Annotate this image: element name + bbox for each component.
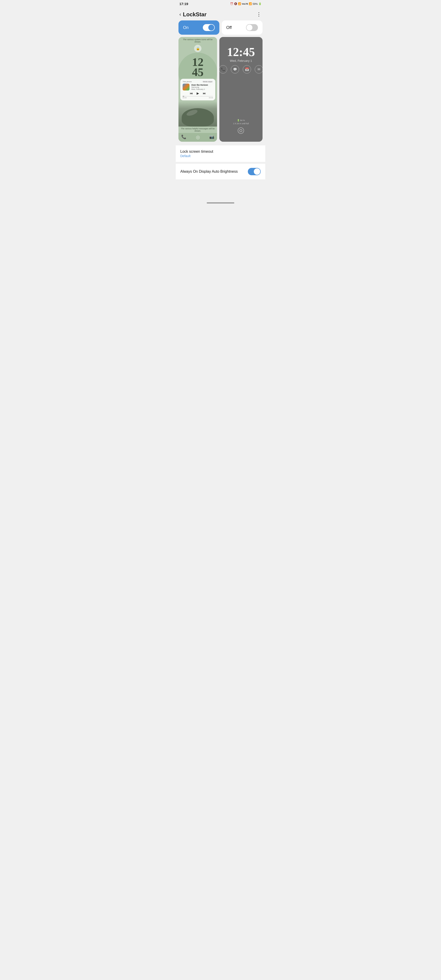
fingerprint-icon-left: ◎ (196, 134, 200, 140)
alarm-icon: ⏰ (230, 2, 233, 5)
media-track-name: Over the Horizon (191, 84, 213, 86)
media-card-top: This phone Media output (183, 81, 213, 83)
always-on-display-title: Always On Display Auto Brightness (180, 170, 248, 173)
preview-left-time: 12 45 (192, 56, 204, 78)
spacer3 (176, 190, 265, 195)
lock-screen-timeout-title: Lock screen timeout (180, 150, 261, 154)
media-progress-fill (183, 96, 184, 97)
media-card: This phone Media output Over the Horizon… (180, 79, 215, 100)
lock-screen-timeout-value: Default (180, 154, 261, 158)
rock-highlight (186, 109, 198, 117)
media-progress-bar (183, 96, 213, 97)
media-output-button[interactable]: Media output (202, 81, 213, 83)
always-on-display-toggle[interactable] (248, 168, 261, 175)
fingerprint-icon-right: ◎ (237, 125, 244, 135)
camera-icon[interactable]: 📷 (209, 134, 214, 140)
back-button[interactable]: ‹ (179, 11, 181, 18)
toggle-row: On Off (176, 21, 265, 35)
wifi-icon: 📶 (238, 2, 241, 5)
spacer2 (176, 186, 265, 190)
media-track-info: Over the Horizon Samsung Wed, February 1 (191, 84, 213, 90)
preview-bottom-message: The various helpful messages will be sho… (178, 127, 217, 133)
media-time-row: 00:00 03:33 (183, 97, 213, 99)
page-title: LockStar (183, 11, 207, 18)
preview-left-top-message: The various system icons will be shown. (178, 37, 217, 43)
lock-icon: 🔒 (194, 45, 201, 52)
shortcut-calendar-icon[interactable]: 📅 (243, 65, 251, 73)
shortcut-message-icon[interactable]: 💬 (231, 65, 239, 73)
preview-bottom-actions: 📞 ◎ 📷 (178, 133, 217, 142)
menu-button[interactable]: ⋮ (256, 11, 262, 18)
rock-image (178, 101, 217, 127)
shortcut-phone-icon[interactable]: 📞 (219, 65, 227, 73)
battery-icon: 🔋 (258, 2, 262, 5)
media-time-start: 00:00 (183, 97, 187, 99)
bottom-nav-bar (176, 200, 265, 206)
media-info: Over the Horizon Samsung Wed, February 1 (183, 84, 213, 91)
home-indicator[interactable] (207, 202, 234, 204)
phone-icon[interactable]: 📞 (181, 134, 186, 140)
status-time: 17:19 (179, 2, 188, 6)
media-prev-button[interactable]: ⏮ (190, 91, 193, 95)
battery-percent-text: 🔋 84 % (233, 119, 249, 122)
preview-row: The various system icons will be shown. … (176, 37, 265, 142)
media-next-button[interactable]: ⏭ (203, 91, 206, 95)
toggle-on-switch[interactable] (203, 24, 215, 31)
media-track-date: Wed, February 1 (191, 88, 213, 90)
always-on-display-item: Always On Display Auto Brightness (180, 168, 261, 175)
lock-screen-timeout-item[interactable]: Lock screen timeout Default (180, 150, 261, 158)
battery-percent: 59% (253, 3, 258, 5)
header: ‹ LockStar ⋮ (176, 8, 265, 21)
lte-icon: VoLTE (242, 3, 248, 5)
battery-time-text: 1 h 24 m until full (233, 122, 249, 126)
media-time-end: 03:33 (209, 97, 213, 99)
toggle-off-card[interactable]: Off (222, 21, 263, 35)
preview-right-date: Wed, February 1 (230, 59, 252, 62)
preview-right-top: 12:45 Wed, February 1 📞 💬 📅 ✉ (219, 41, 263, 119)
battery-info: 🔋 84 % 1 h 24 m until full (233, 119, 249, 125)
toggle-on-label: On (183, 25, 189, 30)
lock-screen-timeout-section[interactable]: Lock screen timeout Default (176, 145, 265, 162)
always-on-display-section: Always On Display Auto Brightness (176, 164, 265, 179)
status-bar: 17:19 ⏰ 🔇 📶 VoLTE 📶 59% 🔋 (176, 0, 265, 8)
media-source: This phone (183, 81, 192, 83)
media-play-button[interactable]: ▶ (197, 91, 199, 95)
toggle-off-label: Off (226, 25, 232, 30)
mute-icon: 🔇 (234, 2, 237, 5)
spacer (176, 181, 265, 186)
media-thumbnail (183, 84, 189, 91)
toggle-on-card[interactable]: On (178, 21, 219, 35)
toggle-off-switch[interactable] (246, 24, 258, 31)
media-track-artist: Samsung (191, 86, 213, 88)
signal-icon: 📶 (249, 2, 252, 5)
header-left: ‹ LockStar (179, 11, 207, 18)
status-icons: ⏰ 🔇 📶 VoLTE 📶 59% 🔋 (230, 2, 262, 5)
preview-right-card: 12:45 Wed, February 1 📞 💬 📅 ✉ 🔋 84 % 1 h… (219, 37, 263, 142)
preview-left-card: The various system icons will be shown. … (178, 37, 217, 142)
preview-right-time: 12:45 (227, 46, 255, 58)
media-controls: ⏮ ▶ ⏭ (183, 91, 213, 95)
shortcut-email-icon[interactable]: ✉ (255, 65, 263, 73)
always-on-display-text: Always On Display Auto Brightness (180, 170, 248, 173)
lock-screen-timeout-text: Lock screen timeout Default (180, 150, 261, 158)
preview-right-bottom: 🔋 84 % 1 h 24 m until full ◎ (233, 119, 249, 137)
rock-shape (181, 108, 214, 127)
preview-left-content: 🔒 12 45 This phone Media output Over the… (178, 43, 217, 101)
shortcut-icons: 📞 💬 📅 ✉ (219, 65, 263, 73)
